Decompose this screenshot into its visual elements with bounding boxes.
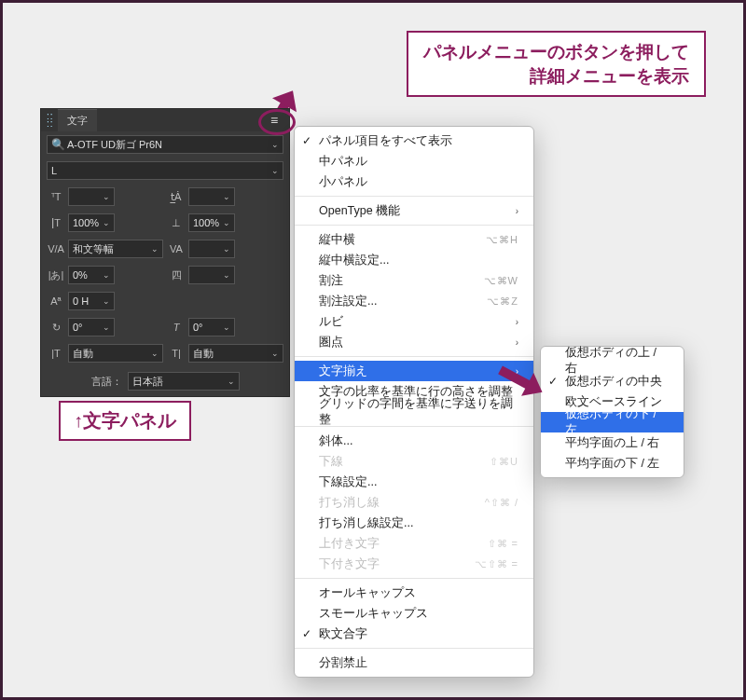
menu-item-label: スモールキャップス	[319, 606, 428, 622]
skew-icon: T	[167, 322, 186, 333]
menu-item[interactable]: 割注⌥⌘W	[295, 270, 533, 291]
aki-after-select[interactable]: 自動⌄	[188, 344, 283, 363]
callout-top-line1: パネルメニューのボタンを押して	[423, 42, 689, 62]
menu-item: 下線⇧⌘U	[295, 451, 533, 472]
callout-top-line2: 詳細メニューを表示	[530, 66, 689, 86]
font-style-select[interactable]: L ⌄	[47, 161, 283, 180]
menu-item[interactable]: 斜体...	[295, 431, 533, 451]
menu-item[interactable]: 打ち消し線設定...	[295, 513, 533, 533]
check-icon: ✓	[302, 627, 311, 640]
menu-item[interactable]: 平均字面の上 / 右	[541, 432, 684, 453]
hscale-icon: ⊥	[167, 217, 186, 229]
menu-item: 下付き文字⌥⇧⌘ =	[295, 554, 533, 574]
menu-shortcut: ⌥⌘H	[486, 234, 518, 246]
menu-item-label: 小パネル	[319, 174, 367, 190]
panel-titlebar: :::: 文字 ≡	[41, 109, 289, 131]
menu-item: 打ち消し線^⇧⌘ /	[295, 492, 533, 513]
menu-item: 上付き文字⇧⌘ =	[295, 533, 533, 554]
check-icon: ✓	[302, 134, 311, 147]
aki-before-icon: |T	[47, 348, 65, 359]
menu-item-label: 割注	[319, 273, 343, 289]
char-rotation-input[interactable]: 0°⌄	[68, 318, 115, 336]
menu-item-label: 縦中横設定...	[319, 253, 389, 268]
panel-tab-character[interactable]: 文字	[58, 109, 97, 131]
menu-item[interactable]: ✓欧文合字	[295, 624, 533, 644]
hscale-input[interactable]: 100%⌄	[188, 213, 235, 232]
chevron-down-icon: ⌄	[271, 140, 279, 149]
menu-item[interactable]: 圏点›	[295, 332, 533, 352]
menu-item[interactable]: 仮想ボディの下 / 左	[541, 412, 684, 432]
menu-item-label: 下付き文字	[319, 556, 380, 572]
menu-item[interactable]: ✓仮想ボディの中央	[541, 371, 684, 391]
menu-item[interactable]: 縦中横⌥⌘H	[295, 229, 533, 250]
menu-separator	[295, 356, 533, 357]
baseline-shift-icon: Aª	[47, 295, 65, 307]
menu-item-label: OpenType 機能	[319, 203, 400, 219]
language-label: 言語：	[91, 375, 122, 389]
menu-item-label: 平均字面の上 / 右	[565, 435, 659, 451]
menu-item[interactable]: ✓パネル項目をすべて表示	[295, 130, 533, 151]
chevron-right-icon: ›	[516, 317, 518, 327]
aki-right-input[interactable]: ⌄	[188, 266, 235, 284]
menu-item-label: 分割禁止	[319, 655, 367, 671]
vscale-icon: ǀT	[47, 217, 65, 229]
kerning-select[interactable]: 和文等幅⌄	[68, 240, 163, 258]
menu-item-label: 上付き文字	[319, 536, 380, 552]
menu-item[interactable]: 下線設定...	[295, 472, 533, 492]
menu-item[interactable]: 分割禁止	[295, 652, 533, 673]
menu-item-label: 中パネル	[319, 154, 367, 170]
leading-icon: t̲Ȧ	[167, 191, 186, 203]
menu-item-label: 文字揃え	[319, 364, 367, 379]
panel-flyout-menu: ✓パネル項目をすべて表示中パネル小パネルOpenType 機能›縦中横⌥⌘H縦中…	[294, 126, 534, 678]
font-family-select[interactable]: 🔍A-OTF UD新ゴ Pr6N ⌄	[47, 135, 283, 154]
highlight-ring-icon	[258, 109, 296, 135]
menu-item-label: 下線設定...	[319, 474, 377, 490]
menu-shortcut: ⌥⌘Z	[487, 295, 518, 308]
menu-separator	[295, 225, 533, 226]
panel-grip-icon[interactable]: ::::	[47, 113, 54, 128]
menu-item-label: 斜体...	[319, 433, 352, 449]
tracking-input[interactable]: ⌄	[188, 240, 235, 258]
character-panel: :::: 文字 ≡ 🔍A-OTF UD新ゴ Pr6N ⌄ L ⌄ ᵀT ⌄ t̲…	[40, 108, 290, 397]
tsume-icon: |あ|	[47, 268, 65, 282]
menu-item[interactable]: 小パネル	[295, 172, 533, 192]
callout-bottom: ↑文字パネル	[59, 401, 191, 441]
menu-item[interactable]: OpenType 機能›	[295, 200, 533, 221]
menu-item[interactable]: オールキャップス	[295, 583, 533, 603]
menu-item-label: 欧文合字	[319, 626, 367, 642]
menu-item-label: パネル項目をすべて表示	[319, 133, 452, 149]
menu-shortcut: ⌥⌘W	[484, 275, 518, 287]
char-align-submenu: 仮想ボディの上 / 右✓仮想ボディの中央欧文ベースライン仮想ボディの下 / 左平…	[540, 346, 684, 478]
menu-item[interactable]: 中パネル	[295, 151, 533, 172]
menu-item[interactable]: 縦中横設定...	[295, 250, 533, 270]
aki-icon: 四	[167, 268, 186, 282]
language-select[interactable]: 日本語⌄	[128, 372, 240, 391]
baseline-shift-input[interactable]: 0 H⌄	[68, 292, 115, 310]
skew-input[interactable]: 0°⌄	[188, 318, 235, 336]
menu-shortcut: ⇧⌘U	[490, 456, 518, 468]
menu-item[interactable]: 平均字面の下 / 左	[541, 453, 684, 474]
chevron-right-icon: ›	[516, 337, 518, 348]
chevron-right-icon: ›	[516, 206, 518, 216]
menu-separator	[295, 648, 533, 649]
menu-item[interactable]: 仮想ボディの上 / 右	[541, 350, 684, 371]
vscale-input[interactable]: 100%⌄	[68, 213, 115, 232]
menu-separator	[295, 196, 533, 197]
menu-item[interactable]: スモールキャップス	[295, 603, 533, 624]
menu-shortcut: ⌥⇧⌘ =	[475, 558, 518, 570]
aki-before-select[interactable]: 自動⌄	[68, 344, 163, 363]
leading-input[interactable]: ⌄	[188, 187, 235, 206]
search-icon: 🔍	[51, 138, 65, 151]
tsume-input[interactable]: 0%⌄	[68, 266, 115, 284]
menu-shortcut: ^⇧⌘ /	[485, 497, 518, 509]
font-size-input[interactable]: ⌄	[68, 187, 115, 206]
menu-item[interactable]: ルビ›	[295, 311, 533, 332]
menu-item-label: 下線	[319, 454, 343, 470]
menu-item-label: 仮想ボディの中央	[565, 374, 662, 390]
menu-item[interactable]: 割注設定...⌥⌘Z	[295, 291, 533, 311]
menu-item-label: 平均字面の下 / 左	[565, 456, 659, 472]
menu-item-label: 打ち消し線設定...	[319, 515, 413, 531]
menu-item[interactable]: グリッドの字間を基準に字送りを調整	[295, 402, 533, 422]
char-rotation-icon: ↻	[47, 322, 65, 334]
menu-item-label: 打ち消し線	[319, 495, 380, 511]
